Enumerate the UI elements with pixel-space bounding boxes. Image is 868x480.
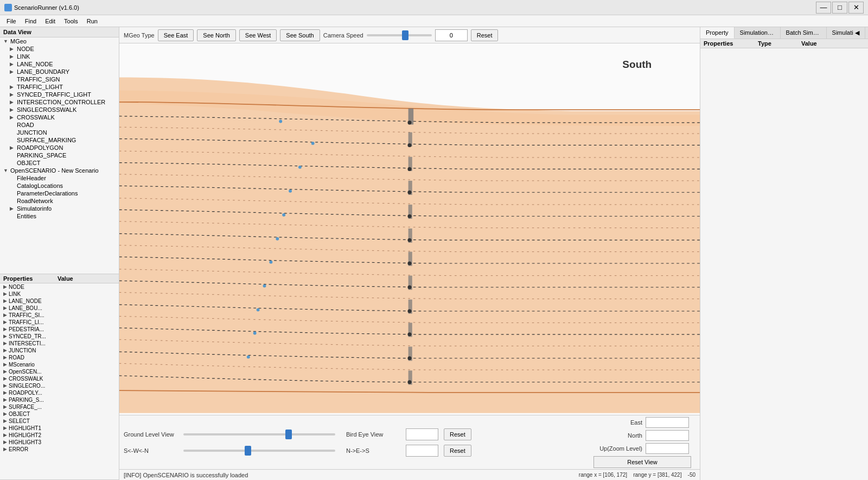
bottom-left-controls: Ground Level View Bird Eye View 0 Reset … bbox=[124, 428, 471, 457]
tree-item-node[interactable]: ▶NODE bbox=[0, 45, 119, 53]
props-row-pedestria---[interactable]: ▶PEDESTRIA... bbox=[0, 326, 119, 333]
tree-item-lane-node[interactable]: ▶LANE_NODE bbox=[0, 60, 119, 68]
camera-speed-input[interactable]: 0 bbox=[435, 29, 468, 41]
tree-item-roadnetwork[interactable]: RoadNetwork bbox=[0, 197, 119, 205]
menu-file[interactable]: File bbox=[2, 15, 21, 27]
close-button[interactable]: ✕ bbox=[848, 2, 864, 14]
menu-find[interactable]: Find bbox=[21, 15, 41, 27]
properties-lower-section: Properties Value ▶NODE▶LINK▶LANE_NODE▶LA… bbox=[0, 274, 119, 480]
s-w-n-slider[interactable] bbox=[183, 450, 335, 452]
see-south-button[interactable]: See South bbox=[280, 29, 320, 41]
camera-speed-slider[interactable] bbox=[367, 34, 432, 36]
tab-batch-simulation[interactable]: Batch Simulation bbox=[781, 27, 827, 39]
menu-run[interactable]: Run bbox=[82, 15, 102, 27]
tree-item-object[interactable]: OBJECT bbox=[0, 159, 119, 167]
tree-item-junction[interactable]: JUNCTION bbox=[0, 129, 119, 136]
svg-point-32 bbox=[263, 285, 266, 288]
svg-point-35 bbox=[247, 355, 250, 358]
tree-item-roadpolygon[interactable]: ▶ROADPOLYGON bbox=[0, 144, 119, 151]
north-label: North bbox=[593, 432, 642, 439]
see-west-button[interactable]: See West bbox=[239, 29, 277, 41]
props-row-intersecti---[interactable]: ▶INTERSECTI... bbox=[0, 340, 119, 347]
see-east-button[interactable]: See East bbox=[158, 29, 194, 41]
tab-property[interactable]: Property bbox=[700, 27, 735, 39]
menu-tools[interactable]: Tools bbox=[60, 15, 82, 27]
props-row-link[interactable]: ▶LINK bbox=[0, 290, 119, 298]
tree-item-parking-space[interactable]: PARKING_SPACE bbox=[0, 151, 119, 159]
tree-item-openscenario---new-scenario[interactable]: ▼OpenSCENARIO - New Scenario bbox=[0, 167, 119, 174]
props-row-junction[interactable]: ▶JUNCTION bbox=[0, 347, 119, 354]
svg-point-21 bbox=[407, 309, 411, 313]
top-toolbar: MGeo Type See East See North See West Se… bbox=[119, 27, 700, 43]
bird-eye-input[interactable]: 0 bbox=[406, 428, 438, 440]
tree-item-traffic-sign[interactable]: TRAFFIC_SIGN bbox=[0, 75, 119, 83]
tree-item-cataloglocations[interactable]: CatalogLocations bbox=[0, 182, 119, 190]
tree-item-mgeo[interactable]: ▼MGeo bbox=[0, 37, 119, 45]
props-row-parking-s---[interactable]: ▶PARKING_S... bbox=[0, 396, 119, 403]
data-view-section: Data View ▼MGeo▶NODE▶LINK▶LANE_NODE▶LANE… bbox=[0, 27, 119, 274]
reset-button[interactable]: Reset bbox=[471, 29, 499, 41]
window-title: ScenarioRunner (v1.6.0) bbox=[14, 4, 79, 11]
props-row-highlight2[interactable]: ▶HIGHLIGHT2 bbox=[0, 432, 119, 439]
tree-item-fileheader[interactable]: FileHeader bbox=[0, 174, 119, 182]
svg-point-30 bbox=[276, 237, 279, 241]
bird-eye-reset-button[interactable]: Reset bbox=[444, 428, 471, 440]
tree-item-lane-boundary[interactable]: ▶LANE_BOUNDARY bbox=[0, 68, 119, 75]
tree-item-link[interactable]: ▶LINK bbox=[0, 53, 119, 60]
props-row-roadpoly---[interactable]: ▶ROADPOLY... bbox=[0, 389, 119, 396]
prop-panel-header: Properties Type Value bbox=[700, 39, 868, 48]
props-row-object[interactable]: ▶OBJECT bbox=[0, 410, 119, 418]
tree-item-road[interactable]: ROAD bbox=[0, 121, 119, 129]
tree-item-intersection-controller[interactable]: ▶INTERSECTION_CONTROLLER bbox=[0, 98, 119, 106]
north-input[interactable]: 402 bbox=[646, 430, 689, 441]
props-row-singlecro---[interactable]: ▶SINGLECRO... bbox=[0, 382, 119, 389]
tree-item-traffic-light[interactable]: ▶TRAFFIC_LIGHT bbox=[0, 83, 119, 91]
props-row-select[interactable]: ▶SELECT bbox=[0, 418, 119, 425]
svg-point-19 bbox=[407, 261, 411, 265]
props-row-mscenario[interactable]: ▶MScenario bbox=[0, 361, 119, 368]
s-w-n-slider-container bbox=[183, 450, 335, 452]
map-svg: South bbox=[119, 43, 700, 415]
property-content bbox=[700, 48, 868, 480]
props-row-error[interactable]: ▶ERROR bbox=[0, 446, 119, 453]
see-north-button[interactable]: See North bbox=[197, 29, 236, 41]
tab-simulation-status[interactable]: Simulation Status bbox=[735, 27, 781, 39]
props-row-traffic-li---[interactable]: ▶TRAFFIC_LI... bbox=[0, 319, 119, 326]
east-input[interactable]: 139 bbox=[646, 417, 689, 428]
maximize-button[interactable]: □ bbox=[832, 2, 847, 14]
props-row-highlight1[interactable]: ▶HIGHLIGHT1 bbox=[0, 425, 119, 432]
props-row-traffic-si---[interactable]: ▶TRAFFIC_SI... bbox=[0, 312, 119, 319]
props-row-crosswalk[interactable]: ▶CROSSWALK bbox=[0, 375, 119, 382]
tab-simulati[interactable]: Simulati ◀ bbox=[827, 27, 865, 39]
props-row-highlight3[interactable]: ▶HIGHLIGHT3 bbox=[0, 439, 119, 446]
menu-edit[interactable]: Edit bbox=[41, 15, 60, 27]
n-e-s-input[interactable]: 0 bbox=[406, 445, 438, 457]
minimize-button[interactable]: — bbox=[816, 2, 831, 14]
props-row-lane-node[interactable]: ▶LANE_NODE bbox=[0, 298, 119, 305]
tree-item-singlecrosswalk[interactable]: ▶SINGLECROSSWALK bbox=[0, 106, 119, 113]
ground-level-slider[interactable] bbox=[183, 433, 335, 435]
props-col-properties: Properties bbox=[3, 275, 58, 282]
up-input[interactable]: -50 bbox=[646, 443, 689, 454]
props-row-surface----[interactable]: ▶SURFACE_... bbox=[0, 403, 119, 410]
props-row-road[interactable]: ▶ROAD bbox=[0, 354, 119, 361]
range-info: range x = [106, 172] range y = [381, 422… bbox=[579, 472, 695, 478]
svg-point-24 bbox=[407, 380, 411, 384]
props-row-openscen---[interactable]: ▶OpenSCEN... bbox=[0, 368, 119, 375]
tree-item-synced-traffic-light[interactable]: ▶SYNCED_TRAFFIC_LIGHT bbox=[0, 91, 119, 98]
props-row-node[interactable]: ▶NODE bbox=[0, 283, 119, 290]
reset-view-button[interactable]: Reset View bbox=[593, 456, 691, 468]
tree-item-entities[interactable]: Entities bbox=[0, 212, 119, 220]
n-e-s-reset-button[interactable]: Reset bbox=[444, 445, 471, 457]
tree-item-parameterdeclarations[interactable]: ParameterDeclarations bbox=[0, 190, 119, 197]
tree-item-surface-marking[interactable]: SURFACE_MARKING bbox=[0, 136, 119, 144]
s-w-n-label: S<-W<-N bbox=[124, 447, 178, 454]
tree-item-crosswalk[interactable]: ▶CROSSWALK bbox=[0, 113, 119, 121]
props-row-lane-bou---[interactable]: ▶LANE_BOU... bbox=[0, 305, 119, 312]
props-col-value: Value bbox=[58, 275, 116, 282]
up-row: Up(Zoom Level) -50 bbox=[593, 443, 691, 454]
tree-item-simulatorinfo[interactable]: ▶Simulatorinfo bbox=[0, 205, 119, 212]
props-row-synced-tr---[interactable]: ▶SYNCED_TR... bbox=[0, 333, 119, 340]
prop-header-value: Value bbox=[801, 40, 865, 47]
svg-point-31 bbox=[269, 261, 272, 264]
